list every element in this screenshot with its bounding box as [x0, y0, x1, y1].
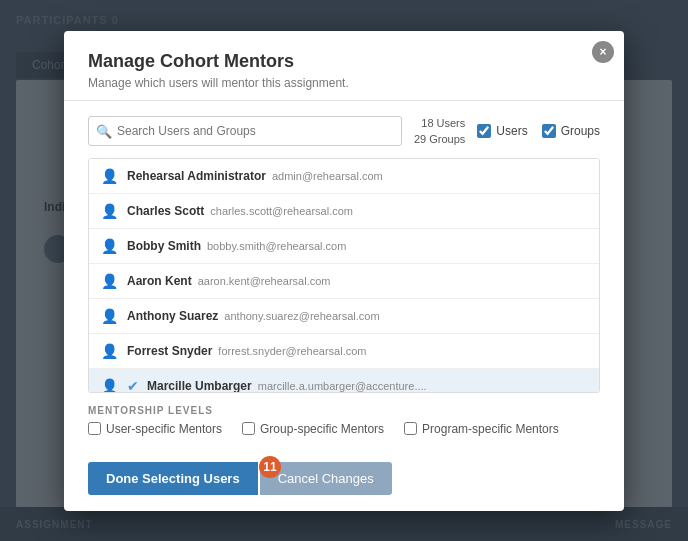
user-list-item[interactable]: 👤Forrest Snyderforrest.snyder@rehearsal.…: [89, 334, 599, 369]
user-name: Marcille Umbarger: [147, 379, 252, 393]
done-selecting-button[interactable]: Done Selecting Users: [88, 462, 258, 495]
modal-title: Manage Cohort Mentors: [88, 51, 600, 72]
modal-backdrop: Manage Cohort Mentors Manage which users…: [0, 0, 688, 541]
user-list: 👤Rehearsal Administratoradmin@rehearsal.…: [88, 158, 600, 393]
user-list-item[interactable]: 👤Rehearsal Administratoradmin@rehearsal.…: [89, 159, 599, 194]
user-name: Rehearsal Administrator: [127, 169, 266, 183]
mentorship-section: MENTORSHIP LEVELS User-specific MentorsG…: [88, 405, 600, 436]
selection-count-badge: 11: [259, 456, 281, 478]
mentorship-option-label-2: Program-specific Mentors: [422, 422, 559, 436]
mentorship-options: User-specific MentorsGroup-specific Ment…: [88, 422, 600, 436]
groups-checkbox[interactable]: [542, 124, 556, 138]
user-person-icon: 👤: [101, 343, 117, 359]
groups-checkbox-text: Groups: [561, 124, 600, 138]
user-selected-check-icon: ✔: [127, 378, 143, 393]
manage-cohort-modal: Manage Cohort Mentors Manage which users…: [64, 31, 624, 511]
groups-count: 29 Groups: [414, 131, 465, 148]
user-name: Charles Scott: [127, 204, 204, 218]
user-list-item[interactable]: 👤✔Marcille Umbargermarcille.a.umbarger@a…: [89, 369, 599, 393]
mentorship-option-2[interactable]: Program-specific Mentors: [404, 422, 559, 436]
modal-close-button[interactable]: ×: [592, 41, 614, 63]
user-person-icon: 👤: [101, 168, 117, 184]
mentorship-checkbox-2[interactable]: [404, 422, 417, 435]
search-input[interactable]: [88, 116, 402, 146]
user-email: bobby.smith@rehearsal.com: [207, 240, 346, 252]
filter-checkboxes: Users Groups: [477, 124, 600, 138]
user-name: Forrest Snyder: [127, 344, 212, 358]
modal-subtitle: Manage which users will mentor this assi…: [88, 76, 600, 90]
user-email: marcille.a.umbarger@accenture....: [258, 380, 427, 392]
modal-header: Manage Cohort Mentors Manage which users…: [64, 31, 624, 101]
mentorship-checkbox-1[interactable]: [242, 422, 255, 435]
search-box: 🔍: [88, 116, 402, 146]
modal-footer: Done Selecting Users 11 Cancel Changes: [64, 450, 624, 511]
user-email: charles.scott@rehearsal.com: [210, 205, 353, 217]
users-checkbox[interactable]: [477, 124, 491, 138]
groups-checkbox-label[interactable]: Groups: [542, 124, 600, 138]
search-row: 🔍 18 Users 29 Groups Users Groups: [88, 115, 600, 148]
mentorship-label: MENTORSHIP LEVELS: [88, 405, 600, 416]
user-person-icon: 👤: [101, 378, 117, 393]
user-person-icon: 👤: [101, 308, 117, 324]
user-name: Anthony Suarez: [127, 309, 218, 323]
user-name: Bobby Smith: [127, 239, 201, 253]
mentorship-option-0[interactable]: User-specific Mentors: [88, 422, 222, 436]
mentorship-option-label-1: Group-specific Mentors: [260, 422, 384, 436]
user-email: aaron.kent@rehearsal.com: [198, 275, 331, 287]
users-checkbox-label[interactable]: Users: [477, 124, 527, 138]
users-count: 18 Users: [414, 115, 465, 132]
user-list-item[interactable]: 👤Charles Scottcharles.scott@rehearsal.co…: [89, 194, 599, 229]
user-email: forrest.snyder@rehearsal.com: [218, 345, 366, 357]
user-list-item[interactable]: 👤Anthony Suarezanthony.suarez@rehearsal.…: [89, 299, 599, 334]
user-email: anthony.suarez@rehearsal.com: [224, 310, 379, 322]
user-person-icon: 👤: [101, 238, 117, 254]
user-person-icon: 👤: [101, 203, 117, 219]
user-person-icon: 👤: [101, 273, 117, 289]
counts-block: 18 Users 29 Groups: [414, 115, 465, 148]
user-list-item[interactable]: 👤Bobby Smithbobby.smith@rehearsal.com: [89, 229, 599, 264]
mentorship-option-1[interactable]: Group-specific Mentors: [242, 422, 384, 436]
user-name: Aaron Kent: [127, 274, 192, 288]
user-list-item[interactable]: 👤Aaron Kentaaron.kent@rehearsal.com: [89, 264, 599, 299]
mentorship-option-label-0: User-specific Mentors: [106, 422, 222, 436]
user-email: admin@rehearsal.com: [272, 170, 383, 182]
search-icon: 🔍: [96, 124, 112, 139]
users-checkbox-text: Users: [496, 124, 527, 138]
mentorship-checkbox-0[interactable]: [88, 422, 101, 435]
modal-body: 🔍 18 Users 29 Groups Users Groups: [64, 101, 624, 450]
